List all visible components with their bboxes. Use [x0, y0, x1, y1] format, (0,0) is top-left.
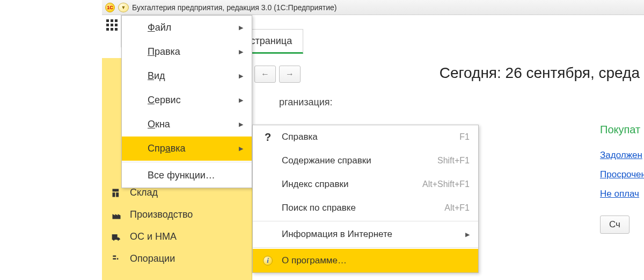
help-submenu: ? Справка F1 Содержание справки Shift+F1…: [252, 125, 479, 273]
app-window: 1C ▼ Бухгалтерия предприятия, редакция 3…: [102, 0, 644, 280]
sidebar-item-label: Склад: [130, 187, 158, 198]
sub-item-label: Индекс справки: [282, 179, 348, 190]
title-dropdown-button[interactable]: ▼: [118, 3, 129, 12]
menu-item-label: Все функции…: [148, 170, 215, 181]
factory-icon: [111, 210, 122, 220]
sub-item-label: Справка: [282, 132, 318, 142]
operations-icon: [111, 254, 122, 264]
arrow-left-icon: ←: [261, 69, 269, 79]
menu-item-windows[interactable]: Окна ▶: [122, 112, 252, 137]
link-unpaid[interactable]: Не оплач: [600, 184, 644, 204]
svg-rect-3: [113, 255, 116, 257]
sub-item-help-index[interactable]: Индекс справки Alt+Shift+F1: [253, 173, 478, 196]
organization-label: рганизация:: [279, 97, 333, 108]
menu-item-service[interactable]: Сервис ▶: [122, 88, 252, 112]
truck-icon: [111, 232, 122, 242]
menu-item-all-functions[interactable]: Все функции…: [122, 163, 252, 188]
menu-item-edit[interactable]: Правка ▶: [122, 40, 252, 64]
question-icon: ?: [262, 132, 273, 142]
invoice-button[interactable]: Сч: [600, 216, 630, 234]
apps-grid-icon[interactable]: [106, 19, 118, 31]
svg-rect-2: [113, 189, 119, 191]
shortcut: Shift+F1: [437, 156, 470, 166]
chevron-right-icon: ▶: [239, 24, 243, 31]
sub-item-label: Информация в Интернете: [282, 229, 392, 240]
main-menu: Файл ▶ Правка ▶ Вид ▶ Сервис ▶ Окна ▶ Сп…: [121, 15, 252, 188]
sidebar-item-production[interactable]: Производство: [102, 204, 252, 226]
sidebar-item-operations[interactable]: Опорации: [102, 248, 252, 270]
logo-1c-icon: 1C: [105, 3, 115, 12]
right-panel: Покупат Задолжен Просрочен Не оплач Сч: [600, 124, 644, 234]
sidebar-item-label: ОС и НМА: [130, 231, 177, 242]
menu-item-label: Справка: [148, 143, 186, 154]
chevron-right-icon: ▶: [239, 145, 243, 152]
svg-rect-1: [116, 192, 119, 197]
chevron-right-icon: ▶: [239, 48, 243, 55]
sub-item-internet-info[interactable]: Информация в Интернете ▶: [253, 222, 478, 246]
menu-item-label: Сервис: [148, 95, 181, 106]
menu-separator: [253, 221, 478, 221]
sub-item-help-search[interactable]: Поиск по справке Alt+F1: [253, 196, 478, 220]
window-title: Бухгалтерия предприятия, редакция 3.0 (1…: [132, 3, 337, 12]
info-icon: i: [262, 255, 273, 266]
sub-item-help[interactable]: ? Справка F1: [253, 125, 478, 149]
menu-separator: [253, 247, 478, 248]
menu-item-help[interactable]: Справка ▶: [122, 137, 252, 161]
warehouse-icon: [111, 188, 122, 198]
sub-item-label: О программе…: [282, 255, 347, 266]
chevron-right-icon: ▶: [239, 73, 243, 80]
chevron-right-icon: ▶: [465, 231, 470, 238]
sidebar-item-label: Производство: [130, 209, 193, 220]
menu-item-label: Окна: [148, 119, 170, 130]
sub-item-label: Содержание справки: [282, 155, 371, 166]
svg-rect-4: [113, 258, 116, 260]
svg-rect-0: [113, 192, 115, 197]
sub-item-help-contents[interactable]: Содержание справки Shift+F1: [253, 149, 478, 173]
shortcut: F1: [459, 132, 470, 142]
chevron-right-icon: ▶: [239, 121, 243, 128]
link-overdue[interactable]: Просрочен: [600, 165, 644, 184]
arrow-right-icon: →: [286, 69, 294, 79]
menu-item-file[interactable]: Файл ▶: [122, 16, 252, 40]
sidebar-item-label: Опорации: [130, 253, 175, 264]
sidebar-item-assets[interactable]: ОС и НМА: [102, 226, 252, 248]
sub-item-label: Поиск по справке: [282, 203, 356, 213]
nav-forward-button[interactable]: →: [279, 66, 301, 83]
link-debt[interactable]: Задолжен: [600, 146, 644, 165]
menu-item-label: Вид: [148, 70, 165, 82]
sub-item-about[interactable]: i О программе…: [253, 249, 478, 272]
menu-item-label: Правка: [148, 46, 180, 58]
menu-item-label: Файл: [148, 22, 171, 33]
right-panel-heading: Покупат: [600, 124, 644, 146]
today-heading: Сегодня: 26 сентября, среда: [440, 64, 640, 82]
nav-back-button[interactable]: ←: [254, 66, 276, 83]
shortcut: Alt+F1: [444, 203, 470, 213]
titlebar: 1C ▼ Бухгалтерия предприятия, редакция 3…: [102, 0, 644, 15]
menu-item-view[interactable]: Вид ▶: [122, 64, 252, 88]
chevron-right-icon: ▶: [239, 97, 243, 104]
menu-separator: [122, 162, 252, 162]
svg-rect-5: [117, 258, 119, 260]
shortcut: Alt+Shift+F1: [422, 180, 470, 189]
chevron-down-icon: ▼: [121, 5, 126, 10]
